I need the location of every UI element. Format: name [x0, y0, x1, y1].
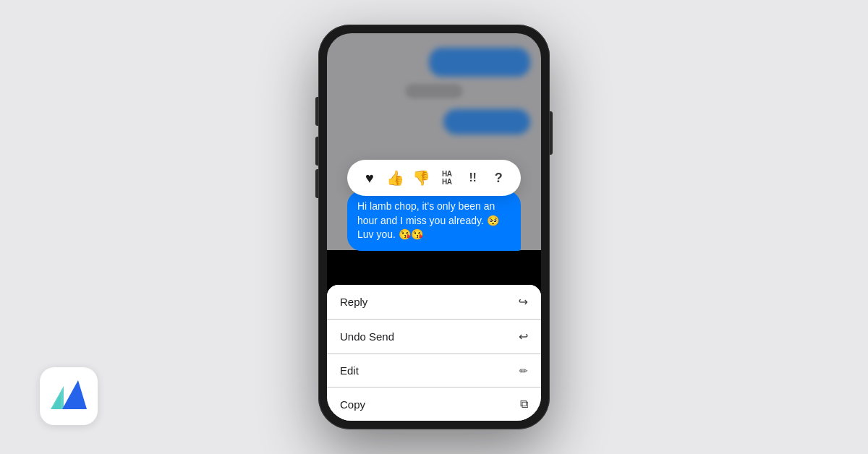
- copy-label: Copy: [340, 398, 365, 411]
- reaction-question[interactable]: ?: [488, 167, 509, 189]
- undo-send-label: Undo Send: [340, 330, 394, 343]
- edit-icon: ✏: [519, 365, 528, 377]
- menu-item-copy[interactable]: Copy ⧉: [327, 387, 541, 421]
- reaction-thumbsup[interactable]: 👍: [385, 167, 407, 189]
- brand-logo: [40, 367, 98, 425]
- message-text: Hi lamb chop, it's only been an hour and…: [357, 200, 499, 240]
- context-menu: Reply ↩ Undo Send ↩ Edit ✏ Copy ⧉: [327, 285, 541, 421]
- menu-item-reply[interactable]: Reply ↩: [327, 285, 541, 320]
- undo-send-icon: ↩: [519, 330, 528, 343]
- reaction-tail: [369, 181, 378, 189]
- reaction-bar: ♥ 👍 👎 HAHA !! ?: [347, 160, 521, 196]
- brand-icon: [51, 380, 87, 413]
- phone-screen: ♥ 👍 👎 HAHA !! ? Hi lamb chop, it's only …: [327, 33, 541, 421]
- phone-frame: ♥ 👍 👎 HAHA !! ? Hi lamb chop, it's only …: [318, 25, 550, 429]
- message-bubble: Hi lamb chop, it's only been an hour and…: [347, 191, 521, 251]
- reaction-thumbsdown[interactable]: 👎: [410, 167, 432, 189]
- reaction-haha[interactable]: HAHA: [436, 167, 458, 189]
- svg-marker-2: [62, 380, 87, 409]
- menu-item-edit[interactable]: Edit ✏: [327, 354, 541, 387]
- reaction-emphasis[interactable]: !!: [461, 167, 483, 189]
- reply-icon: ↩: [519, 295, 528, 309]
- screen-content: ♥ 👍 👎 HAHA !! ? Hi lamb chop, it's only …: [327, 33, 541, 421]
- reply-label: Reply: [340, 296, 367, 308]
- copy-icon: ⧉: [520, 398, 528, 411]
- edit-label: Edit: [340, 364, 359, 377]
- menu-item-undo-send[interactable]: Undo Send ↩: [327, 320, 541, 354]
